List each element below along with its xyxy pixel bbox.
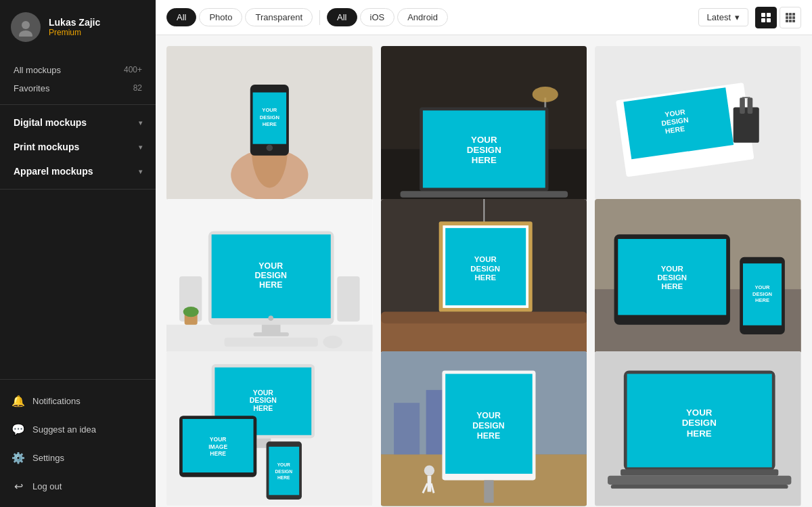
svg-text:HERE: HERE [476, 432, 499, 441]
notifications-item[interactable]: 🔔 Notifications [0, 387, 156, 415]
user-name: Lukas Zajic [49, 17, 100, 28]
sidebar-bottom: 🔔 Notifications 💬 Suggest an idea ⚙️ Set… [0, 379, 156, 507]
svg-rect-4 [761, 18, 765, 22]
svg-point-59 [183, 307, 199, 317]
gear-icon: ⚙️ [11, 450, 26, 465]
svg-text:YOUR: YOUR [210, 437, 227, 443]
svg-rect-3 [767, 13, 771, 17]
svg-text:HERE: HERE [253, 405, 273, 412]
svg-text:DESIGN: DESIGN [255, 271, 287, 280]
svg-rect-8 [792, 13, 795, 16]
svg-rect-104 [394, 403, 420, 454]
svg-text:HERE: HERE [259, 280, 282, 290]
avatar [11, 12, 41, 42]
svg-text:YOUR: YOUR [471, 135, 497, 145]
svg-point-1 [19, 30, 32, 37]
sidebar-digital-mockups[interactable]: Digital mockups ▾ [0, 110, 156, 135]
svg-rect-122 [621, 470, 778, 477]
svg-text:DESIGN: DESIGN [472, 422, 504, 431]
chevron-down-icon: ▾ [735, 12, 740, 22]
sidebar-apparel-mockups[interactable]: Apparel mockups ▾ [0, 159, 156, 183]
svg-rect-2 [761, 13, 765, 17]
sidebar-categories: Digital mockups ▾ Print mockups ▾ Appare… [0, 105, 156, 190]
mockup-card[interactable]: YOUR DESIGN HERE [381, 46, 587, 201]
mockup-card[interactable]: YOUR DESIGN HERE YOUR IMAGE HERE YOUR DE… [166, 351, 373, 506]
sort-label: Latest [707, 12, 731, 22]
svg-text:YOUR: YOUR [661, 264, 683, 272]
mockup-card[interactable]: YOUR DESIGN HERE [381, 351, 587, 506]
svg-rect-6 [786, 13, 788, 16]
svg-rect-14 [792, 20, 795, 22]
svg-text:IMAGE: IMAGE [208, 443, 227, 450]
svg-rect-54 [254, 332, 289, 336]
svg-text:HERE: HERE [471, 155, 496, 165]
view-toggle [755, 7, 801, 28]
mockup-card[interactable]: YOUR DESIGN HERE [595, 46, 801, 200]
grid-view-button[interactable] [755, 7, 777, 28]
mockup-card[interactable]: YOUR DESIGN HERE [381, 199, 587, 354]
chevron-down-icon: ▾ [139, 144, 142, 151]
svg-text:YOUR: YOUR [258, 261, 283, 270]
svg-rect-47 [337, 276, 359, 322]
svg-text:YOUR: YOUR [686, 408, 713, 418]
svg-rect-124 [611, 485, 788, 489]
logout-item[interactable]: ↩ Log out [0, 472, 156, 500]
svg-rect-56 [225, 337, 318, 346]
svg-rect-12 [786, 20, 788, 22]
sidebar-print-mockups[interactable]: Print mockups ▾ [0, 135, 156, 159]
svg-text:DESIGN: DESIGN [466, 145, 501, 155]
svg-text:HERE: HERE [687, 428, 712, 439]
svg-text:HERE: HERE [755, 297, 769, 303]
settings-item[interactable]: ⚙️ Settings [0, 443, 156, 472]
mockup-card[interactable]: YOUR DESIGN HERE [595, 351, 801, 506]
svg-text:HERE: HERE [474, 273, 496, 282]
svg-point-55 [268, 315, 273, 321]
svg-text:DESIGN: DESIGN [658, 273, 687, 282]
topbar-right: Latest ▾ [698, 7, 801, 28]
topbar: All Photo Transparent All iOS Android La… [156, 0, 812, 35]
sort-dropdown[interactable]: Latest ▾ [698, 8, 748, 26]
svg-rect-123 [608, 476, 791, 485]
chevron-down-icon: ▾ [139, 168, 142, 175]
filter-separator [319, 10, 320, 25]
filter-all-type[interactable]: All [166, 8, 196, 26]
chat-icon: 💬 [11, 422, 26, 437]
mockup-card[interactable]: YOUR DESIGN HERE [166, 199, 373, 353]
filter-android[interactable]: Android [397, 8, 448, 26]
svg-text:YOUR: YOUR [476, 411, 501, 420]
filter-photo[interactable]: Photo [199, 8, 242, 26]
svg-text:DESIGN: DESIGN [250, 397, 277, 404]
svg-text:DESIGN: DESIGN [682, 418, 717, 428]
bell-icon: 🔔 [11, 393, 26, 408]
mockup-card[interactable]: YOUR DESIGN HERE [166, 46, 373, 200]
svg-text:DESIGN: DESIGN [275, 469, 293, 474]
svg-text:YOUR: YOUR [474, 255, 496, 263]
sidebar-all-mockups[interactable]: All mockups 400+ [0, 61, 156, 79]
suggest-idea-item[interactable]: 💬 Suggest an idea [0, 415, 156, 443]
svg-text:DESIGN: DESIGN [470, 264, 500, 272]
svg-rect-62 [381, 311, 587, 323]
sidebar-favorites[interactable]: Favorites 82 [0, 79, 156, 97]
svg-rect-5 [767, 18, 771, 22]
filter-ios[interactable]: iOS [360, 8, 395, 26]
svg-rect-41 [740, 97, 746, 114]
chevron-down-icon: ▾ [139, 119, 142, 127]
svg-text:DESIGN: DESIGN [752, 290, 772, 296]
filter-transparent[interactable]: Transparent [245, 8, 313, 26]
svg-rect-10 [789, 16, 792, 19]
filter-all-device[interactable]: All [327, 8, 357, 26]
svg-text:YOUR: YOUR [755, 284, 770, 290]
logout-icon: ↩ [11, 479, 26, 493]
mockup-grid: YOUR DESIGN HERE YOUR DESIGN HERE [156, 35, 812, 507]
user-info: Lukas Zajic Premium [49, 17, 100, 37]
svg-point-112 [424, 466, 434, 476]
svg-rect-33 [400, 191, 568, 198]
svg-point-27 [532, 87, 558, 102]
svg-text:DESIGN: DESIGN [260, 114, 279, 120]
sidebar-stats: All mockups 400+ Favorites 82 [0, 54, 156, 105]
svg-rect-13 [789, 20, 792, 22]
svg-text:YOUR: YOUR [262, 107, 277, 113]
svg-text:YOUR: YOUR [253, 389, 274, 397]
mockup-card[interactable]: YOUR DESIGN HERE YOUR DESIGN HERE [595, 199, 801, 353]
list-view-button[interactable] [780, 7, 801, 28]
